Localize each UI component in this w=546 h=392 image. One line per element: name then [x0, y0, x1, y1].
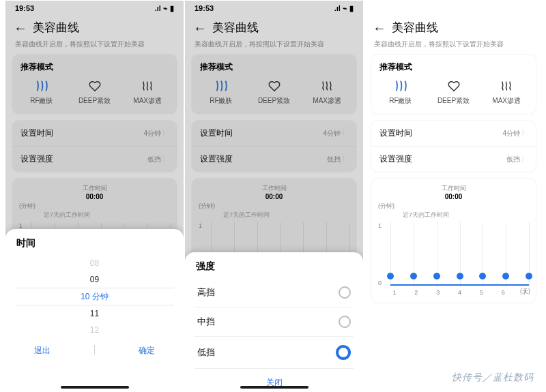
- sheet-title: 时间: [16, 237, 174, 250]
- back-icon[interactable]: ←: [14, 22, 27, 34]
- rf-waves-icon: [393, 78, 408, 93]
- mode-deep[interactable]: DEEP紧致: [427, 78, 480, 106]
- heart-icon: [87, 78, 102, 93]
- chart-ylabel: (分钟): [16, 200, 173, 211]
- page-title: 美容曲线: [33, 20, 79, 35]
- chart-card: 工作时间 00:00 (分钟) 近7天的工作时间 10 1234567 (天): [371, 179, 536, 303]
- mode-deep[interactable]: DEEP紧致: [248, 78, 301, 106]
- screen-time-picker: 19:53 .ıl ⌁ ▮ ← 美容曲线 美容曲线开启后，将按照以下设置开始美容…: [5, 1, 184, 391]
- mode-max[interactable]: MAX渗透: [300, 78, 354, 106]
- work-time-value: 00:00: [16, 193, 173, 200]
- mode-max[interactable]: MAX渗透: [121, 78, 174, 106]
- row-set-time[interactable]: 设置时间 4分钟〉: [12, 121, 177, 146]
- screen-intensity-picker: 19:53 .ıl ⌁ ▮ ←美容曲线 美容曲线开启后，将按照以下设置开始美容 …: [185, 1, 363, 391]
- back-icon[interactable]: ←: [193, 22, 207, 34]
- intensity-option-mid[interactable]: 中挡: [195, 307, 354, 337]
- chevron-right-icon: 〉: [342, 129, 348, 138]
- cancel-button[interactable]: 退出: [34, 345, 51, 357]
- radio-icon: [339, 316, 351, 328]
- status-bar: 19:53 .ıl ⌁ ▮: [185, 1, 363, 16]
- modes-card: 推荐模式 RF嫩肤 DEEP紧致 MAX渗透: [12, 55, 177, 114]
- row-set-time[interactable]: 设置时间4分钟〉: [371, 121, 536, 146]
- confirm-button[interactable]: 确定: [139, 345, 155, 357]
- home-indicator[interactable]: [61, 386, 129, 389]
- chevron-right-icon: 〉: [521, 129, 528, 138]
- heart-icon: [267, 78, 282, 93]
- sheet-buttons: 退出 确定: [15, 338, 174, 361]
- screen-main: ←美容曲线 美容曲线开启后，将按照以下设置开始美容 推荐模式 RF嫩肤 DEEP…: [364, 1, 543, 391]
- mode-rf[interactable]: RF嫩肤: [195, 78, 248, 106]
- chevron-right-icon: 〉: [162, 155, 169, 164]
- modes-row: RF嫩肤 DEEP紧致 MAX渗透: [12, 77, 177, 114]
- heart-icon: [446, 78, 461, 93]
- heat-icon: [319, 78, 334, 93]
- row-set-intensity[interactable]: 设置强度低挡〉: [371, 146, 536, 172]
- work-time-label: 工作时间: [16, 184, 173, 193]
- rf-waves-icon: [34, 78, 49, 93]
- radio-checked-icon: [336, 345, 351, 360]
- intensity-option-low[interactable]: 低挡: [195, 337, 354, 369]
- status-time: 19:53: [15, 4, 34, 12]
- heat-icon: [140, 78, 155, 93]
- chevron-right-icon: 〉: [342, 155, 348, 164]
- row-set-intensity[interactable]: 设置强度低挡〉: [192, 146, 356, 172]
- heat-icon: [499, 78, 514, 93]
- chevron-right-icon: 〉: [521, 155, 528, 164]
- mode-rf[interactable]: RF嫩肤: [374, 78, 427, 106]
- intensity-option-high[interactable]: 高挡: [195, 278, 354, 307]
- settings-card: 设置时间 4分钟〉 设置强度 低挡〉: [12, 121, 177, 172]
- status-bar: 19:53 .ıl ⌁ ▮: [5, 1, 184, 16]
- status-icons: .ıl ⌁ ▮: [155, 4, 174, 13]
- mode-deep[interactable]: DEEP紧致: [68, 78, 121, 106]
- mode-max[interactable]: MAX渗透: [480, 78, 533, 106]
- radio-icon: [339, 286, 351, 299]
- page-subtitle: 美容曲线开启后，将按照以下设置开始美容: [5, 38, 184, 55]
- time-picker-sheet: 时间 08 09 10 分钟 11 12 退出 确定: [5, 229, 184, 391]
- home-indicator[interactable]: [240, 386, 308, 389]
- intensity-sheet: 强度 高挡 中挡 低挡 关闭: [185, 252, 363, 391]
- rf-waves-icon: [214, 78, 229, 93]
- modes-heading: 推荐模式: [12, 55, 177, 77]
- chevron-right-icon: 〉: [162, 129, 169, 138]
- watermark: 快传号／蓝杜数码: [452, 372, 534, 384]
- row-set-intensity[interactable]: 设置强度 低挡〉: [12, 146, 177, 172]
- mode-rf[interactable]: RF嫩肤: [15, 78, 68, 106]
- header: ← 美容曲线: [5, 16, 184, 38]
- chart-legend: 近7天的工作时间: [16, 211, 173, 221]
- time-wheel[interactable]: 08 09 10 分钟 11 12: [15, 255, 174, 338]
- back-icon[interactable]: ←: [373, 22, 386, 34]
- row-set-time[interactable]: 设置时间4分钟〉: [192, 121, 356, 146]
